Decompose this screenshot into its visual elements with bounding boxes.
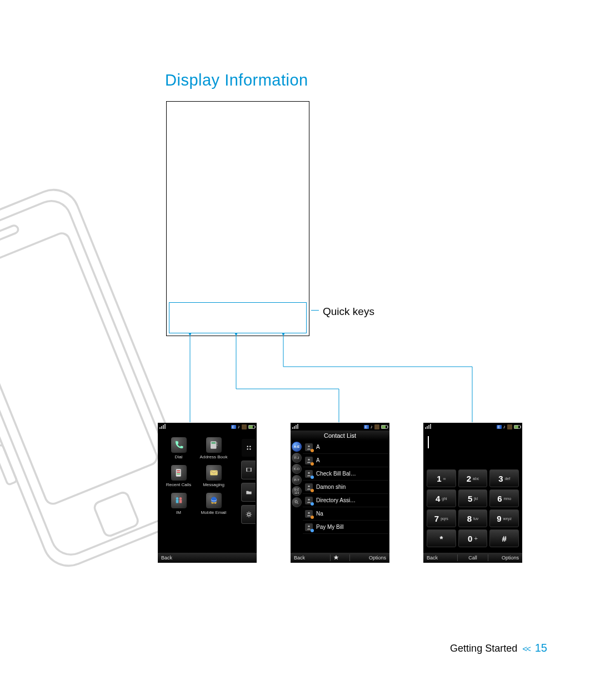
svg-rect-21 [176, 500, 178, 503]
svg-rect-31 [250, 468, 251, 472]
app-mobile-email[interactable]: Mobile Email [196, 493, 231, 515]
music-icon: ♪ [503, 424, 506, 429]
key-7[interactable]: 7pqrs [427, 509, 456, 527]
key-4[interactable]: 4ghi [427, 489, 456, 507]
softkey-favorite[interactable] [331, 554, 349, 562]
contact-row[interactable]: A [303, 454, 389, 467]
svg-point-34 [308, 445, 309, 447]
status-misc-icon [374, 424, 379, 429]
svg-rect-17 [177, 472, 180, 473]
app-dial[interactable]: Dial [161, 437, 196, 459]
softkey-options[interactable]: Options [350, 555, 389, 561]
contact-row[interactable]: Check Bill Bal… [303, 467, 389, 481]
app-label: Mobile Email [201, 510, 227, 515]
contact-icon [305, 523, 313, 531]
app-label: Dial [175, 454, 183, 459]
svg-rect-12 [211, 442, 216, 444]
svg-rect-16 [177, 471, 180, 472]
svg-rect-30 [246, 468, 247, 472]
svg-point-35 [308, 458, 309, 460]
app-label: Address Book [200, 454, 228, 459]
battery-icon [381, 425, 388, 429]
svg-rect-3 [0, 224, 19, 244]
signal-icon [292, 424, 298, 430]
softkey-back[interactable]: Back [423, 555, 457, 561]
contact-row[interactable]: Pay My Bill [303, 521, 389, 534]
contact-row[interactable]: Na [303, 507, 389, 521]
status-misc-icon [242, 424, 247, 429]
music-icon: ♪ [371, 424, 373, 429]
callout-tick [311, 310, 319, 311]
status-misc-icon [507, 424, 512, 429]
recent-calls-icon [171, 465, 187, 481]
svg-rect-19 [210, 471, 218, 476]
svg-point-22 [179, 497, 182, 500]
display-schematic [166, 101, 309, 336]
alpha-tab-search[interactable] [292, 497, 302, 507]
svg-point-28 [249, 448, 251, 449]
alpha-tab[interactable]: K-O [292, 464, 302, 474]
side-tab-folder[interactable] [241, 483, 256, 502]
key-0[interactable]: 0+ [458, 529, 488, 547]
key-8[interactable]: 8tuv [458, 509, 488, 527]
svg-point-26 [249, 446, 251, 447]
contact-row[interactable]: Damon shin [303, 481, 389, 494]
status-bar: E ♪ [291, 423, 389, 431]
status-bar: E ♪ [423, 423, 522, 431]
key-star[interactable]: * [427, 529, 456, 547]
dial-keypad: 1∞ 2abc 3def 4ghi 5jkl 6mno 7pqrs 8tuv 9… [427, 469, 519, 547]
contact-row[interactable]: Directory Assi… [303, 494, 389, 507]
svg-rect-23 [179, 500, 182, 503]
key-9[interactable]: 9wxyz [489, 509, 519, 527]
softkey-call[interactable]: Call [458, 555, 488, 561]
alpha-tab[interactable]: A-E [292, 442, 302, 452]
app-messaging[interactable]: Messaging [196, 465, 231, 487]
contact-icon [305, 470, 313, 478]
svg-point-25 [247, 446, 248, 447]
side-tab-media[interactable] [241, 461, 256, 479]
network-badge: E [231, 425, 236, 429]
app-recent-calls[interactable]: Recent Calls [161, 465, 196, 487]
key-2[interactable]: 2abc [458, 469, 488, 487]
contact-icon [305, 457, 313, 464]
screen-title: Contact List [291, 431, 389, 441]
svg-point-20 [176, 497, 178, 500]
side-tab-settings[interactable] [241, 505, 256, 524]
softkey-bar: Back [158, 553, 257, 563]
dial-input[interactable] [423, 431, 522, 454]
im-icon [171, 493, 187, 508]
app-im[interactable]: IM [161, 493, 196, 515]
contact-name: A [316, 444, 320, 450]
key-hash[interactable]: # [489, 529, 519, 547]
key-3[interactable]: 3def [489, 469, 519, 487]
alpha-tab[interactable]: P-T [292, 475, 302, 485]
svg-point-39 [308, 512, 309, 513]
alpha-tab[interactable]: F-J [292, 453, 302, 463]
page-title: Display Information [165, 71, 308, 89]
key-5[interactable]: 5jkl [458, 489, 488, 507]
side-tab-rail [240, 437, 257, 549]
svg-point-32 [247, 513, 250, 516]
svg-rect-29 [246, 468, 251, 472]
app-label: IM [176, 510, 181, 515]
page-number: 15 [535, 642, 547, 654]
svg-point-36 [308, 472, 309, 473]
softkey-options[interactable]: Options [488, 555, 522, 561]
contact-row[interactable]: A [303, 441, 389, 454]
key-1[interactable]: 1∞ [427, 469, 456, 487]
softkey-back[interactable]: Back [291, 555, 330, 561]
key-6[interactable]: 6mno [489, 489, 519, 507]
signal-icon [425, 424, 431, 430]
svg-rect-2 [0, 231, 159, 506]
music-icon: ♪ [238, 424, 241, 429]
page-footer: Getting Started << 15 [450, 642, 547, 654]
side-tab-apps[interactable] [241, 438, 256, 457]
alpha-tab[interactable]: U-Z 123 [292, 486, 302, 496]
app-grid: Dial Address Book Recent Calls Messaging… [161, 437, 231, 515]
softkey-back[interactable]: Back [158, 555, 257, 561]
svg-rect-18 [177, 474, 180, 475]
star-icon [331, 554, 342, 562]
app-address-book[interactable]: Address Book [196, 437, 231, 459]
screenshot-contact-list: E ♪ Contact List A-E F-J K-O P-T U-Z 123… [291, 423, 389, 563]
chevron-left-icon: << [522, 644, 530, 653]
